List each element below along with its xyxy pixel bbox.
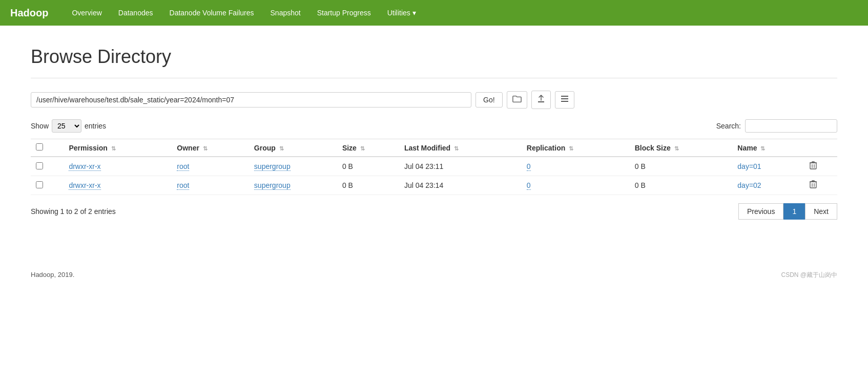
navbar-brand[interactable]: Hadoop [10, 7, 48, 19]
navbar-links: Overview Datanodes Datanode Volume Failu… [64, 2, 424, 24]
show-entries: Show 10 25 50 100 entries [31, 119, 106, 133]
col-size[interactable]: Size ⇅ [337, 139, 399, 157]
sort-icon-name: ⇅ [760, 145, 765, 152]
table-footer: Showing 1 to 2 of 2 entries Previous 1 N… [31, 203, 837, 220]
divider [31, 78, 837, 78]
table-controls: Show 10 25 50 100 entries Search: [31, 119, 837, 133]
next-button[interactable]: Next [805, 203, 837, 220]
entries-select[interactable]: 10 25 50 100 [52, 119, 81, 133]
nav-startup-progress[interactable]: Startup Progress [309, 2, 379, 24]
search-input[interactable] [745, 119, 837, 133]
go-button[interactable]: Go! [476, 92, 503, 107]
name-link-0[interactable]: day=01 [737, 162, 761, 170]
select-all-checkbox[interactable] [36, 143, 43, 150]
row-permission-1: drwxr-xr-x [64, 176, 172, 195]
row-last-modified-1: Jul 04 23:14 [399, 176, 522, 195]
row-group-0: supergroup [249, 157, 337, 176]
row-checkbox-1 [31, 176, 64, 195]
row-permission-0: drwxr-xr-x [64, 157, 172, 176]
sort-icon-group: ⇅ [279, 145, 284, 152]
search-label: Search: [716, 122, 741, 130]
upload-icon-button[interactable] [531, 91, 551, 109]
svg-rect-1 [561, 98, 568, 99]
sort-icon-owner: ⇅ [203, 145, 208, 152]
owner-link-0[interactable]: root [177, 162, 189, 171]
watermark-text: CSDN @藏于山岗中 [781, 271, 837, 279]
group-link-0[interactable]: supergroup [254, 162, 291, 171]
nav-datanode-volume-failures[interactable]: Datanode Volume Failures [161, 2, 262, 24]
nav-datanodes[interactable]: Datanodes [110, 2, 161, 24]
page-footer: Hadoop, 2019. CSDN @藏于山岗中 [0, 261, 868, 290]
row-size-0: 0 B [337, 157, 399, 176]
col-replication[interactable]: Replication ⇅ [522, 139, 630, 157]
show-label: Show [31, 122, 49, 130]
previous-button[interactable]: Previous [738, 203, 783, 220]
col-group[interactable]: Group ⇅ [249, 139, 337, 157]
list-icon-button[interactable] [555, 91, 574, 109]
delete-button-1[interactable] [810, 180, 817, 190]
owner-link-1[interactable]: root [177, 181, 189, 190]
sort-icon-size: ⇅ [360, 145, 365, 152]
col-block-size[interactable]: Block Size ⇅ [630, 139, 733, 157]
row-owner-1: root [172, 176, 249, 195]
sort-icon-last-modified: ⇅ [454, 145, 459, 152]
name-link-1[interactable]: day=02 [737, 181, 761, 189]
svg-rect-2 [561, 101, 568, 102]
replication-link-1[interactable]: 0 [527, 181, 531, 190]
upload-icon [537, 94, 545, 105]
row-select-0[interactable] [36, 162, 43, 169]
row-select-1[interactable] [36, 181, 43, 188]
row-group-1: supergroup [249, 176, 337, 195]
replication-link-0[interactable]: 0 [527, 162, 531, 171]
table-row: drwxr-xr-x root supergroup 0 B Jul 04 23… [31, 176, 837, 195]
col-actions [804, 139, 837, 157]
row-name-1: day=02 [732, 176, 804, 195]
table-row: drwxr-xr-x root supergroup 0 B Jul 04 23… [31, 157, 837, 176]
list-icon [561, 95, 569, 105]
page-title: Browse Directory [31, 46, 837, 68]
permission-link-0[interactable]: drwxr-xr-x [69, 162, 100, 171]
folder-icon-button[interactable] [507, 91, 527, 109]
sort-icon-replication: ⇅ [569, 145, 573, 152]
table-header-row: Permission ⇅ Owner ⇅ Group ⇅ Size ⇅ Last… [31, 139, 837, 157]
col-owner[interactable]: Owner ⇅ [172, 139, 249, 157]
row-actions-1 [804, 176, 837, 195]
group-link-1[interactable]: supergroup [254, 181, 291, 190]
row-block-size-0: 0 B [630, 157, 733, 176]
col-name[interactable]: Name ⇅ [732, 139, 804, 157]
col-last-modified[interactable]: Last Modified ⇅ [399, 139, 522, 157]
svg-rect-6 [810, 182, 816, 188]
page-1-button[interactable]: 1 [783, 203, 805, 220]
svg-rect-0 [561, 96, 568, 97]
row-name-0: day=01 [732, 157, 804, 176]
path-input[interactable] [31, 92, 471, 107]
svg-rect-3 [810, 163, 816, 169]
nav-overview[interactable]: Overview [64, 2, 110, 24]
row-replication-0: 0 [522, 157, 630, 176]
copyright-text: Hadoop, 2019. [31, 271, 74, 279]
pagination: Previous 1 Next [738, 203, 837, 220]
search-box: Search: [716, 119, 837, 133]
nav-snapshot[interactable]: Snapshot [262, 2, 309, 24]
permission-link-1[interactable]: drwxr-xr-x [69, 181, 100, 190]
col-permission[interactable]: Permission ⇅ [64, 139, 172, 157]
navbar: Hadoop Overview Datanodes Datanode Volum… [0, 0, 868, 26]
col-checkbox [31, 139, 64, 157]
path-bar: Go! [31, 91, 837, 109]
row-checkbox-0 [31, 157, 64, 176]
row-actions-0 [804, 157, 837, 176]
sort-icon-block-size: ⇅ [674, 145, 679, 152]
sort-icon-permission: ⇅ [111, 145, 116, 152]
row-size-1: 0 B [337, 176, 399, 195]
entries-label: entries [85, 122, 106, 130]
showing-text: Showing 1 to 2 of 2 entries [31, 207, 116, 216]
delete-button-0[interactable] [810, 161, 817, 171]
row-replication-1: 0 [522, 176, 630, 195]
nav-utilities[interactable]: Utilities [379, 2, 424, 24]
row-last-modified-0: Jul 04 23:11 [399, 157, 522, 176]
row-owner-0: root [172, 157, 249, 176]
main-content: Browse Directory Go! [0, 26, 868, 261]
directory-table: Permission ⇅ Owner ⇅ Group ⇅ Size ⇅ Last… [31, 139, 837, 195]
row-block-size-1: 0 B [630, 176, 733, 195]
folder-icon [512, 95, 522, 105]
